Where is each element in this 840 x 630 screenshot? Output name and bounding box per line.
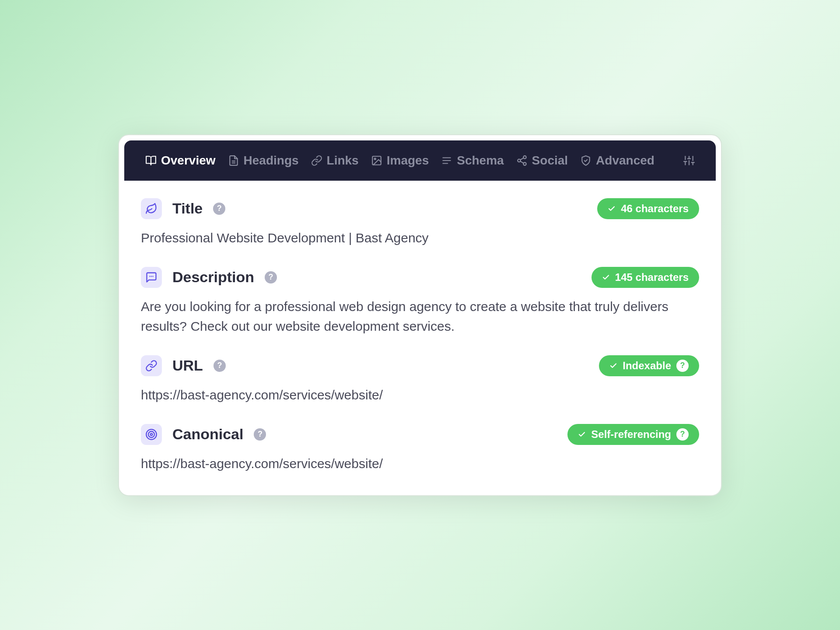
canonical-section: Canonical ? Self-referencing ? https://b… [141, 424, 699, 473]
tab-links[interactable]: Links [311, 154, 359, 168]
tab-headings[interactable]: Headings [228, 154, 299, 168]
section-title-group: URL ? [141, 355, 226, 376]
badge-help-icon[interactable]: ? [676, 428, 689, 441]
badge-text: 145 characters [615, 271, 689, 284]
message-icon [141, 267, 162, 288]
section-title-group: Canonical ? [141, 424, 266, 445]
tab-advanced[interactable]: Advanced [580, 154, 654, 168]
title-value: Professional Website Development | Bast … [141, 228, 699, 248]
section-label: Canonical [172, 426, 243, 443]
file-icon [228, 155, 239, 166]
svg-point-26 [150, 433, 153, 435]
tab-label: Links [327, 154, 359, 168]
link-icon [311, 155, 322, 166]
section-header: Canonical ? Self-referencing ? [141, 424, 699, 445]
badge-text: 46 characters [621, 203, 689, 215]
status-badge: 46 characters [597, 198, 699, 219]
svg-point-25 [148, 431, 154, 438]
book-icon [145, 155, 157, 166]
check-icon [602, 273, 610, 281]
section-title-group: Title ? [141, 198, 225, 219]
check-icon [608, 205, 616, 213]
section-header: Description ? 145 characters [141, 267, 699, 288]
check-icon [609, 362, 617, 370]
status-badge: 145 characters [592, 267, 699, 288]
help-icon[interactable]: ? [254, 428, 266, 441]
target-icon [141, 424, 162, 445]
help-icon[interactable]: ? [214, 360, 226, 372]
badge-text: Indexable [623, 360, 671, 372]
settings-button[interactable] [683, 155, 695, 166]
tab-label: Headings [244, 154, 299, 168]
help-icon[interactable]: ? [213, 203, 225, 215]
canonical-value: https://bast-agency.com/services/website… [141, 454, 699, 473]
badge-text: Self-referencing [591, 428, 671, 441]
tab-label: Social [532, 154, 568, 168]
badge-help-icon[interactable]: ? [676, 360, 689, 372]
section-label: Title [172, 200, 203, 217]
nav-bar: Overview Headings Links Images Schema [124, 140, 716, 181]
tab-label: Images [387, 154, 429, 168]
content-area: Title ? 46 characters Professional Websi… [119, 181, 721, 495]
tab-social[interactable]: Social [516, 154, 568, 168]
section-header: URL ? Indexable ? [141, 355, 699, 376]
leaf-icon [141, 198, 162, 219]
link-icon [141, 355, 162, 376]
list-icon [441, 155, 452, 166]
svg-point-3 [374, 158, 375, 159]
section-header: Title ? 46 characters [141, 198, 699, 219]
description-section: Description ? 145 characters Are you loo… [141, 267, 699, 336]
tab-label: Schema [457, 154, 504, 168]
tab-overview[interactable]: Overview [145, 154, 216, 168]
status-badge: Self-referencing ? [567, 424, 699, 445]
tab-label: Advanced [596, 154, 654, 168]
section-label: Description [172, 269, 254, 286]
section-label: URL [172, 357, 203, 374]
share-icon [516, 155, 528, 166]
svg-line-11 [520, 158, 523, 160]
sliders-icon [683, 155, 695, 166]
status-badge: Indexable ? [599, 355, 699, 376]
tab-label: Overview [161, 154, 216, 168]
check-icon [578, 430, 586, 438]
url-value: https://bast-agency.com/services/website… [141, 385, 699, 405]
tab-schema[interactable]: Schema [441, 154, 504, 168]
section-title-group: Description ? [141, 267, 277, 288]
tab-images[interactable]: Images [371, 154, 429, 168]
seo-panel: Overview Headings Links Images Schema [118, 134, 722, 496]
description-value: Are you looking for a professional web d… [141, 297, 699, 336]
shield-icon [580, 155, 592, 166]
image-icon [371, 155, 382, 166]
help-icon[interactable]: ? [265, 271, 277, 284]
svg-line-10 [520, 161, 523, 163]
title-section: Title ? 46 characters Professional Websi… [141, 198, 699, 248]
url-section: URL ? Indexable ? https://bast-agency.co… [141, 355, 699, 405]
